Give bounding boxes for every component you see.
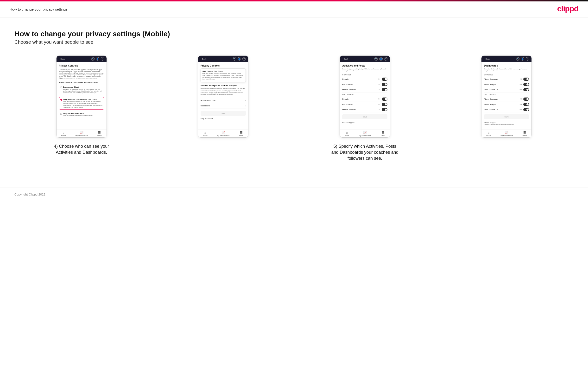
toggle-coaches-practice[interactable]: Practice Drills ON: [342, 82, 388, 87]
nav-home-2[interactable]: ⌂ Home: [203, 131, 208, 136]
phone-mockup-2: ‹ Back 🔍 👤 ⚙ Privacy Controls Only You a: [198, 56, 248, 138]
back-nav-1[interactable]: ‹ Back: [59, 58, 65, 60]
nav-performance-3[interactable]: 📈 My Performance: [359, 131, 371, 136]
toggle-coaches-rounds[interactable]: Rounds ON: [342, 77, 388, 82]
show-hide-title: Show or hide specific features in Clippd: [200, 84, 246, 87]
toggle-followers-manual[interactable]: Manual Activities ON: [342, 107, 388, 112]
performance-icon-4: 📈: [505, 131, 508, 134]
phone-mockup-4: ‹ Back 🔍 👤 ⚙ Dashboards Select the dashb…: [481, 56, 532, 138]
toggle-followers-manual-switch[interactable]: [382, 108, 388, 111]
section-who-can-see: Who Can See Your Activities and Dashboar…: [59, 81, 104, 83]
phone-footer-2: ⌂ Home 📈 My Performance ☰ Menu: [198, 129, 248, 137]
nav-menu-2[interactable]: ☰ Menu: [239, 131, 243, 136]
save-button-4[interactable]: Save: [484, 114, 529, 119]
settings-icon-3[interactable]: ⚙: [384, 57, 388, 60]
toggle-coaches-practice-switch[interactable]: [382, 83, 388, 86]
activities-posts-title: Activities and Posts: [342, 64, 388, 67]
nav-home-1[interactable]: ⌂ Home: [61, 131, 66, 136]
logo: clippd: [557, 4, 578, 13]
settings-icon[interactable]: ⚙: [101, 57, 104, 60]
save-button-2[interactable]: Save: [200, 111, 246, 116]
nav-menu-1[interactable]: ☰ Menu: [97, 131, 102, 136]
performance-icon-3: 📈: [363, 131, 367, 134]
back-nav-3[interactable]: ‹ Back: [342, 58, 348, 60]
menu-icon-4: ☰: [523, 131, 526, 134]
radio-circle-approved: [60, 99, 62, 101]
toggle-coaches-what-to-work[interactable]: What To Work On ON: [484, 87, 529, 92]
phone-header-1: ‹ Back 🔍 👤 ⚙: [57, 56, 106, 62]
header-icons-3: 🔍 👤 ⚙: [374, 57, 388, 60]
main-content: How to change your privacy settings (Mob…: [0, 18, 588, 188]
dropdown-box[interactable]: Only You and Your Coach Only you and the…: [200, 68, 246, 82]
chevron-left-icon: ‹: [59, 58, 60, 60]
search-icon-4[interactable]: 🔍: [516, 57, 519, 60]
help-support-label-3: Help & Support: [342, 119, 388, 124]
save-button-3[interactable]: Save: [342, 114, 388, 119]
performance-icon: 📈: [80, 131, 83, 134]
header-icons-2: 🔍 👤 ⚙: [233, 57, 246, 60]
phone-content-1: Privacy Controls Control how you and you…: [57, 62, 106, 129]
settings-icon-2[interactable]: ⚙: [242, 57, 246, 60]
toggle-coaches-round-insights-switch[interactable]: [523, 83, 529, 86]
followers-label-4: FOLLOWERS: [484, 94, 529, 96]
toggle-coaches-round-insights[interactable]: Round Insights ON: [484, 82, 529, 87]
toggle-followers-player-dashboard[interactable]: Player Dashboard ON: [484, 97, 529, 102]
screenshot-group-1: ‹ Back 🔍 👤 ⚙ Privacy Controls Control ho…: [14, 56, 148, 155]
toggle-coaches-player-dashboard-switch[interactable]: [523, 78, 529, 81]
copyright-text: Copyright Clippd 2022: [14, 193, 45, 196]
dropdown-selected-option: Only You and Your Coach: [202, 70, 244, 72]
nav-home-4[interactable]: ⌂ Home: [486, 131, 491, 136]
menu-item-dashboards[interactable]: Dashboards ›: [200, 103, 246, 109]
radio-circle-only-you: [60, 113, 62, 115]
profile-icon[interactable]: 👤: [96, 57, 99, 60]
toggle-followers-rounds-switch[interactable]: [382, 98, 388, 101]
profile-icon-3[interactable]: 👤: [379, 57, 383, 60]
radio-everyone[interactable]: Everyone on Clippd Everyone on Clippd ca…: [59, 85, 104, 95]
home-icon-4: ⌂: [488, 131, 489, 134]
settings-icon-4[interactable]: ⚙: [526, 57, 529, 60]
menu-icon: ☰: [98, 131, 101, 134]
search-icon[interactable]: 🔍: [91, 57, 95, 60]
back-nav-2[interactable]: ‹ Back: [200, 58, 206, 60]
radio-only-you[interactable]: Only You and Your Coach Only you and the…: [59, 111, 104, 118]
toggle-followers-practice-switch[interactable]: [382, 103, 388, 106]
toggle-coaches-player-dashboard[interactable]: Player Dashboard ON: [484, 77, 529, 82]
help-support-desc-4: Visit our Clippd community to troublesho…: [484, 124, 529, 125]
top-bar: How to change your privacy settings clip…: [0, 0, 588, 18]
toggle-followers-rounds[interactable]: Rounds ON: [342, 97, 388, 102]
dropdown-option-desc: Only you and the coaches you connect wit…: [202, 73, 244, 80]
profile-icon-4[interactable]: 👤: [521, 57, 524, 60]
coaches-label-4: COACHES: [484, 74, 529, 76]
toggle-followers-round-insights-switch[interactable]: [523, 103, 529, 106]
profile-icon-2[interactable]: 👤: [238, 57, 241, 60]
nav-menu-3[interactable]: ☰ Menu: [381, 131, 385, 136]
toggle-followers-player-dashboard-switch[interactable]: [523, 98, 529, 101]
help-support-label-2: Help & Support: [200, 116, 246, 120]
nav-performance-2[interactable]: 📈 My Performance: [217, 131, 229, 136]
back-nav-4[interactable]: ‹ Back: [484, 58, 490, 60]
screenshot-group-2: ‹ Back 🔍 👤 ⚙ Privacy Controls Only You a: [156, 56, 290, 138]
home-icon-2: ⌂: [204, 131, 206, 134]
search-icon-2[interactable]: 🔍: [233, 57, 236, 60]
menu-item-activities[interactable]: Activities and Posts ›: [200, 98, 246, 103]
nav-menu-label-1: Menu: [97, 135, 102, 136]
toggle-followers-what-to-work-switch[interactable]: [523, 108, 529, 111]
phone-mockup-3: ‹ Back 🔍 👤 ⚙ Activities and Posts Select…: [340, 56, 390, 138]
nav-performance-1[interactable]: 📈 My Performance: [76, 131, 88, 136]
radio-approved-followers[interactable]: Only Approved Followers and Your Coach O…: [59, 97, 104, 109]
radio-circle-everyone: [60, 86, 62, 88]
nav-home-3[interactable]: ⌂ Home: [345, 131, 349, 136]
toggle-coaches-what-to-work-switch[interactable]: [523, 88, 529, 91]
phone-header-3: ‹ Back 🔍 👤 ⚙: [340, 56, 390, 62]
search-icon-3[interactable]: 🔍: [374, 57, 378, 60]
toggle-followers-practice[interactable]: Practice Drills ON: [342, 102, 388, 107]
chevron-right-icon-activities: ›: [245, 99, 246, 102]
nav-performance-4[interactable]: 📈 My Performance: [501, 131, 513, 136]
page-breadcrumb: How to change your privacy settings: [10, 7, 68, 11]
toggle-coaches-manual-switch[interactable]: [382, 88, 388, 91]
toggle-coaches-manual[interactable]: Manual Activities ON: [342, 87, 388, 92]
toggle-followers-round-insights[interactable]: Round Insights ON: [484, 102, 529, 107]
toggle-followers-what-to-work[interactable]: What To Work On ON: [484, 107, 529, 112]
nav-menu-4[interactable]: ☰ Menu: [523, 131, 527, 136]
toggle-coaches-rounds-switch[interactable]: [382, 78, 388, 81]
